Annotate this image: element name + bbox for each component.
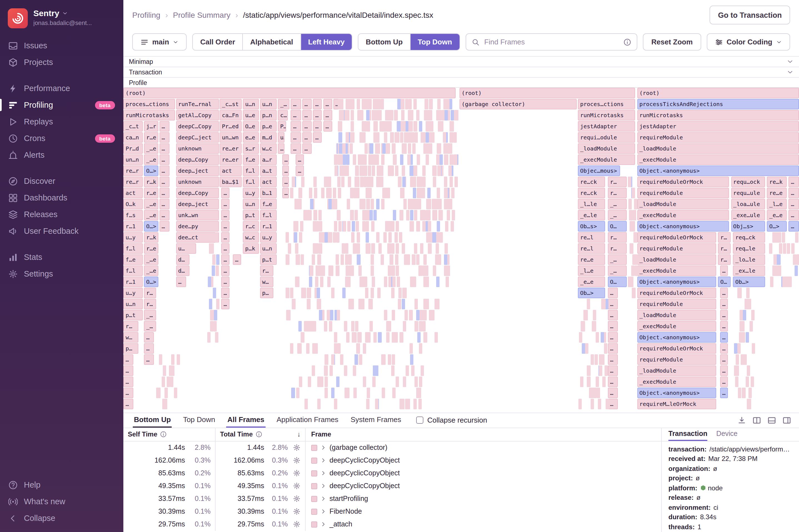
- flame-frame[interactable]: [339, 121, 342, 132]
- flame-frame[interactable]: …: [302, 121, 312, 132]
- flame-frame[interactable]: [394, 110, 398, 120]
- flame-frame[interactable]: [399, 399, 403, 409]
- flame-frame[interactable]: [331, 354, 334, 365]
- flame-frame[interactable]: [371, 166, 375, 176]
- find-frames-input[interactable]: [483, 37, 619, 46]
- flame-frame[interactable]: [376, 143, 379, 154]
- org-switcher[interactable]: Sentry: [33, 8, 92, 18]
- sidebar-item-replays[interactable]: Replays: [0, 113, 123, 130]
- flame-frame[interactable]: [746, 332, 749, 343]
- flame-frame[interactable]: [402, 243, 405, 254]
- flame-frame[interactable]: [415, 299, 418, 309]
- flame-frame[interactable]: [773, 232, 776, 243]
- flame-frame[interactable]: [334, 343, 337, 354]
- flame-frame[interactable]: [362, 99, 365, 109]
- flame-frame[interactable]: [216, 254, 219, 265]
- flame-frame[interactable]: [391, 354, 395, 365]
- flame-frame[interactable]: [315, 277, 318, 287]
- flame-frame[interactable]: r…: [608, 232, 627, 243]
- flame-frame[interactable]: [354, 354, 357, 365]
- flame-frame[interactable]: [417, 154, 420, 165]
- flame-frame[interactable]: u…y: [123, 232, 143, 243]
- flame-frame[interactable]: [629, 210, 633, 221]
- table-row[interactable]: 162.06ms0.3%162.06ms0.3%deepCyclicCopyOb…: [123, 454, 661, 467]
- flame-frame[interactable]: [378, 243, 382, 254]
- flame-frame[interactable]: [388, 321, 391, 331]
- flame-frame[interactable]: [349, 265, 353, 276]
- flame-frame[interactable]: …: [608, 354, 618, 365]
- flame-frame[interactable]: …: [720, 288, 728, 298]
- flame-frame[interactable]: [447, 199, 450, 209]
- flame-frame[interactable]: act: [220, 166, 242, 176]
- flame-frame[interactable]: b…1: [260, 188, 277, 198]
- flame-frame[interactable]: …: [291, 132, 301, 143]
- flame-frame[interactable]: [632, 188, 635, 198]
- flame-frame[interactable]: [420, 365, 424, 376]
- flame-frame[interactable]: [423, 254, 427, 265]
- flame-frame[interactable]: [215, 332, 218, 343]
- flame-frame[interactable]: [328, 232, 333, 243]
- flame-frame[interactable]: [336, 232, 339, 243]
- flame-frame[interactable]: [414, 399, 417, 409]
- flame-frame[interactable]: [345, 243, 348, 254]
- flame-frame[interactable]: …: [720, 265, 728, 276]
- flame-frame[interactable]: re…e: [767, 188, 787, 198]
- flame-frame[interactable]: [377, 288, 381, 298]
- flame-frame[interactable]: [390, 132, 394, 143]
- flame-frame[interactable]: ba…$1: [220, 176, 242, 187]
- flame-frame[interactable]: [436, 154, 439, 165]
- flame-frame[interactable]: O…: [608, 221, 627, 232]
- flame-frame[interactable]: [444, 176, 447, 187]
- flame-frame[interactable]: [377, 99, 380, 109]
- flame-frame[interactable]: [354, 210, 358, 221]
- flame-frame[interactable]: [440, 232, 443, 243]
- flame-frame[interactable]: [339, 132, 342, 143]
- flame-frame[interactable]: [301, 332, 304, 343]
- flame-frame[interactable]: [370, 210, 373, 221]
- flame-frame[interactable]: [452, 210, 455, 221]
- flame-frame[interactable]: w…c: [243, 232, 259, 243]
- flame-frame[interactable]: [350, 188, 353, 198]
- flame-frame[interactable]: [286, 232, 289, 243]
- flame-frame[interactable]: [390, 110, 393, 120]
- flame-frame[interactable]: _lo…le: [733, 254, 765, 265]
- tab-application-frames[interactable]: Application Frames: [275, 413, 339, 427]
- expand-icon[interactable]: [321, 470, 326, 476]
- flame-frame[interactable]: [375, 110, 379, 120]
- flame-frame[interactable]: req…le: [733, 243, 765, 254]
- table-row[interactable]: 1.44s2.8%1.44s2.8%(garbage collector): [123, 441, 661, 454]
- flame-frame[interactable]: [630, 221, 633, 232]
- flame-frame[interactable]: [358, 154, 361, 165]
- expand-icon[interactable]: [321, 496, 326, 501]
- flame-frame[interactable]: [408, 199, 411, 209]
- flame-frame[interactable]: [357, 232, 360, 243]
- flame-frame[interactable]: [392, 387, 396, 398]
- flame-frame[interactable]: [368, 188, 371, 198]
- flame-frame[interactable]: [327, 277, 331, 287]
- flame-frame[interactable]: [392, 277, 396, 287]
- flame-frame[interactable]: [321, 188, 324, 198]
- flame-frame[interactable]: [389, 254, 393, 265]
- flame-frame[interactable]: r…k: [144, 176, 159, 187]
- flame-frame[interactable]: requi…odule: [578, 132, 635, 143]
- flame-frame[interactable]: [437, 188, 440, 198]
- flame-frame[interactable]: [370, 254, 374, 265]
- flame-frame[interactable]: [313, 321, 316, 331]
- flame-frame[interactable]: [745, 299, 748, 309]
- flame-frame[interactable]: [393, 154, 397, 165]
- flame-frame[interactable]: [391, 265, 395, 276]
- flame-frame[interactable]: [426, 232, 430, 243]
- flame-frame[interactable]: [403, 377, 406, 387]
- flame-frame[interactable]: dee…ct: [176, 232, 219, 243]
- flame-frame[interactable]: [343, 321, 347, 331]
- table-row[interactable]: 29.75ms0.1%29.75ms0.1%_attach: [123, 518, 661, 531]
- flame-frame[interactable]: u…: [278, 132, 284, 143]
- flame-frame[interactable]: [167, 377, 170, 387]
- flame-frame[interactable]: [407, 399, 410, 409]
- flame-frame[interactable]: p…: [123, 343, 138, 354]
- flame-frame[interactable]: [582, 343, 585, 354]
- flame-frame[interactable]: …: [160, 154, 170, 165]
- flame-frame[interactable]: [450, 132, 453, 143]
- flame-frame[interactable]: [372, 110, 376, 120]
- flame-frame[interactable]: unk…wn: [176, 210, 219, 221]
